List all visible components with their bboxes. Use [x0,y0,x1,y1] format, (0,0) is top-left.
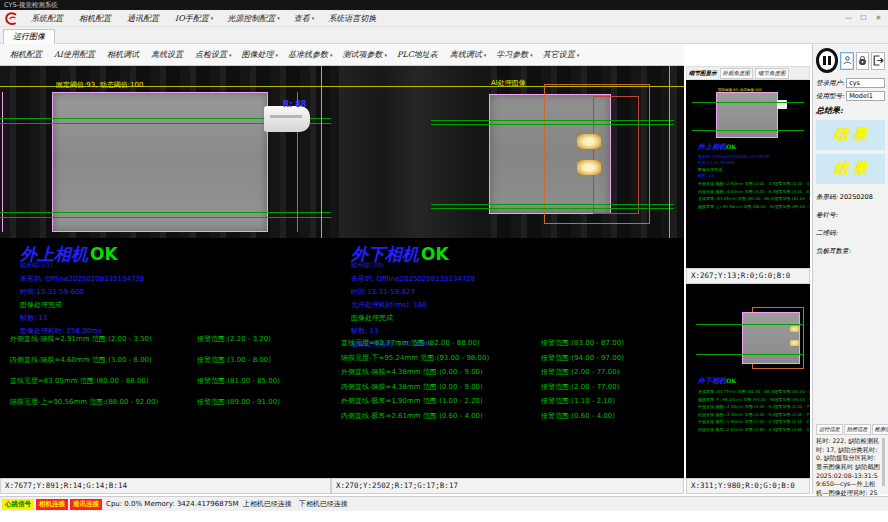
result-ok-label: OK [726,377,736,384]
measurement-row: 隔膜宽度-上=90.56mm 范围:(88.00 - 92.00) 报警范围:(… [10,397,327,407]
measurement-row: 外侧直线-隔膜=4.38mm 范围:(0.00 - 9.00) 报警范围:(2.… [698,404,810,409]
thumb-meta: 条形码: Offline20250208133134728 时间:13-31-5… [698,154,810,179]
menu-item[interactable]: 系统配置 [24,13,72,24]
login-user-input[interactable]: cys [846,78,885,88]
measurement-row: 内侧直线-隔膜=4.60mm 范围:(3.00 - 6.00) 报警范围:(3.… [10,355,327,365]
pause-icon [823,56,826,65]
lock-button[interactable] [856,52,869,70]
app-logo-icon [4,11,19,26]
measure-line-green [692,130,804,131]
frame-line: 帧数: 13 [351,326,475,336]
result-ok-label: OK [421,244,449,264]
user-icon [842,54,853,67]
chevron-down-icon: ▾ [577,52,580,58]
log-scrollbar[interactable] [882,438,885,486]
camera-view-left[interactable]: 固定阈值:93, 动态阈值:100 R: 88 外上相机OK 输出端口(1) 条… [0,66,331,478]
qr-code-label: 二维码: [816,229,885,238]
status-badge: 相机连接 [36,499,68,510]
toolbar-button[interactable]: 相机调试 [102,47,146,62]
toolbar-button[interactable]: 基准线参数 ▾ [283,47,338,62]
status-badge: 通讯连接 [70,499,102,510]
chevron-down-icon: ▾ [530,52,533,58]
chevron-down-icon: ▾ [229,52,232,58]
camera-view-right[interactable]: AI处理图像 外下相机OK 输出端口(0) 条形码: Offline202502… [331,66,684,478]
menu-item[interactable]: 系统语言切换 [321,13,385,24]
camera-right-result-block: 外下相机OK 输出端口(0) 条形码: Offline2025020813313… [351,246,475,349]
toolbar-button[interactable]: 其它设置 ▾ [538,47,585,62]
status-line: 图像处理完成 [698,167,810,172]
measurement-row: 直线宽度=83.05mm 范围:(80.00 - 86.00) 报警范围:(81… [698,196,810,201]
menu-item[interactable]: 相机配置 [72,13,120,24]
gold-tab-highlight [790,340,799,346]
menu-item[interactable]: 光源控制配置 ▾ [220,13,287,24]
frame-line: 帧数: 13 [20,313,144,323]
status-bar: 心跳信号 相机连接 通讯连接 Cpu: 0.0% Memory: 3424.41… [0,496,888,511]
exit-button[interactable] [871,52,885,70]
tab-run-image[interactable]: 运行图像 [3,29,55,44]
toolbar-button[interactable]: 图像处理 ▾ [236,47,283,62]
control-panel: 登录用户: cys 使用型号: Model1 总结果: 结果 结果 条形码: 2… [812,44,888,494]
measure-line-green [692,102,804,103]
thumbnail-panel-label: 细节图显示 [689,70,717,77]
measure-line-green [0,217,331,218]
r-value-label: R: 88 [283,100,306,109]
toolbar-button[interactable]: AI使用配置 [49,47,102,62]
toolbar-button[interactable]: 离线设置 [146,47,190,62]
menu-item[interactable]: 查看 ▾ [287,13,322,24]
machinery-block [339,66,481,238]
toolbar: 相机配置 AI使用配置 相机调试 离线设置 点检设置 ▾ [0,44,684,66]
model-field: 使用型号: Model1 [816,91,885,101]
frame-line: 帧数: 13 [698,173,810,178]
barcode-line: 条形码: Offline20250208133134728 [698,154,810,159]
info-tab[interactable]: 拍照信息 [844,424,871,435]
toolbar-button[interactable]: 学习参数 ▾ [491,47,538,62]
coordinate-bar-left: X:7677;Y:891;R:14;G:14;B:14 [0,478,331,494]
status-line: 图像处理完成 [20,300,144,310]
thumbnail-view-bottom[interactable]: 外下相机OK 直线宽度=83.77mm 范围:(82.00 - 88.00) 报… [686,284,810,478]
measure-line-green [431,204,674,205]
allow-time-line: 允许处理耗时(ms): 166 [351,300,475,310]
measurement-row: 外侧直线-隔膜=4.38mm 范围:(0.00 - 9.00) 报警范围:(2.… [341,367,680,377]
info-tab[interactable]: 运行信息 [816,424,843,435]
user-switch-button[interactable] [840,52,853,70]
guide-line-yellow [0,86,331,87]
app-window: CYS-视觉检测系统 系统配置 相机配置 [0,0,888,522]
window-title: CYS-视觉检测系统 [4,1,58,9]
thumbnail-view-top[interactable]: 固定阈值:93, 动态阈值:100 外上相机OK 条形码: Offline202… [686,80,810,268]
minimize-icon[interactable]: — [841,11,856,26]
info-tab[interactable]: 检测信息 [872,424,888,435]
close-icon[interactable]: ✕ [871,11,886,26]
toolbar-button[interactable]: 点检设置 ▾ [190,47,237,62]
measurement-row: 外侧直线-极耳=1.90mm 范围:(1.00 - 2.20) 报警范围:(1.… [341,396,680,406]
toolbar-button[interactable]: 相机配置 [5,47,49,62]
toolbar-button[interactable]: PLC地址表 [392,47,445,62]
coordinate-bar-thumb2: X:311;Y:980;R:0;G:0;B:0 [686,478,810,494]
login-user-field: 登录用户: cys [816,78,885,88]
result-ok-label: OK [90,244,118,264]
camera-left-meta: 条形码: Offline20250208133134728 时间:13-31-5… [20,274,144,336]
coordinate-bar-thumb1: X:267;Y:13;R:0;G:0;B:0 [686,268,810,284]
toolbar-button[interactable]: 离线调试 ▾ [445,47,492,62]
thumbnail-tab[interactable]: 细节角度图 [755,68,789,79]
cell-region-outline [52,92,268,232]
threshold-label: 固定阈值:93, 动态阈值:100 [56,80,143,90]
measurement-row: 隔膜宽度-下=95.24mm 范围:(93.00 - 98.00) 报警范围:(… [341,353,680,363]
panel-buttons [816,48,885,73]
title-bar: CYS-视觉检测系统 [0,0,888,10]
time-line: 时间:13-31-59-600 [20,287,144,297]
toolbar-button[interactable]: 测试项参数 ▾ [337,47,392,62]
total-result-label: 总结果: [816,105,885,116]
barcode-line: 条形码: Offline20250208133134728 [351,274,475,284]
measurement-row: 隔膜宽度-下=95.24mm 范围:(93.00 - 98.00) 报警范围:(… [698,397,810,402]
status-badge: 心跳信号 [2,499,34,510]
maximize-icon[interactable]: ☐ [856,11,871,26]
camera-connection-text: 上相机已经连接 下相机已经连接 [243,499,348,509]
thumb-measurements: 外侧直线-隔膜=2.91mm 范围:(2.00 - 3.50) 报警范围:(2.… [698,181,810,209]
menu-item[interactable]: 通讯配置 [120,13,168,24]
cpu-memory-text: Cpu: 0.0% Memory: 3424.41796875M [106,500,239,508]
model-input[interactable]: Model1 [846,91,885,101]
thumbnail-tab[interactable]: 外观角度图 [720,68,754,79]
pause-button[interactable] [816,48,838,73]
roi-rect-red [593,96,639,214]
menu-item[interactable]: IO手配置 ▾ [168,13,220,24]
